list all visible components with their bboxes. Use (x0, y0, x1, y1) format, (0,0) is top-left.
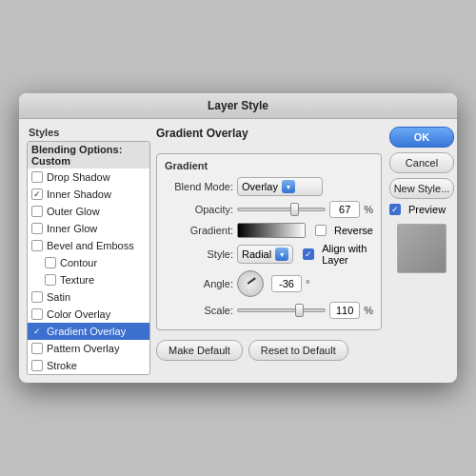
blend-mode-label: Blend Mode: (165, 181, 233, 192)
styles-item-drop-shadow[interactable]: Drop Shadow (28, 169, 149, 186)
align-layer-checkbox[interactable] (303, 248, 314, 260)
pattern-overlay-checkbox[interactable] (31, 343, 43, 354)
bevel-emboss-checkbox[interactable] (31, 240, 43, 251)
blend-mode-select[interactable]: Overlay (237, 177, 323, 196)
styles-item-inner-shadow[interactable]: Inner Shadow (28, 186, 149, 203)
style-row: Style: Radial Align with Layer (165, 243, 373, 266)
make-default-button[interactable]: Make Default (156, 340, 243, 361)
angle-input[interactable] (271, 275, 302, 292)
styles-item-stroke[interactable]: Stroke (28, 357, 149, 374)
gradient-label: Gradient: (165, 225, 233, 236)
blend-mode-row: Blend Mode: Overlay (165, 177, 373, 196)
drop-shadow-label: Drop Shadow (47, 171, 110, 183)
gradient-overlay-label: Gradient Overlay (47, 326, 126, 337)
texture-checkbox[interactable] (45, 274, 56, 286)
inner-shadow-label: Inner Shadow (47, 188, 111, 200)
styles-item-texture[interactable]: Texture (28, 271, 149, 288)
inner-shadow-checkbox[interactable] (31, 188, 43, 200)
styles-item-bevel-emboss[interactable]: Bevel and Emboss (28, 237, 149, 254)
bottom-buttons-row: Make Default Reset to Default (156, 340, 382, 361)
styles-item-gradient-overlay[interactable]: Gradient Overlay (28, 323, 149, 340)
outer-glow-checkbox[interactable] (31, 206, 43, 217)
styles-item-contour[interactable]: Contour (28, 254, 149, 271)
gradient-overlay-checkbox[interactable] (31, 326, 43, 337)
reverse-label: Reverse (334, 225, 373, 236)
contour-checkbox[interactable] (45, 257, 56, 268)
style-arrow-icon[interactable] (275, 248, 288, 261)
contour-label: Contour (60, 257, 97, 268)
align-layer-label: Align with Layer (322, 243, 373, 266)
styles-item-color-overlay[interactable]: Color Overlay (28, 306, 149, 323)
gradient-group: Gradient Blend Mode: Overlay Opacity: % (156, 153, 382, 330)
scale-unit: % (364, 305, 373, 316)
right-panel: OK Cancel New Style... Preview (387, 127, 456, 375)
texture-label: Texture (60, 274, 94, 286)
angle-row: Angle: ° (165, 270, 373, 297)
styles-list: Blending Options: Custom Drop Shadow Inn… (27, 141, 150, 375)
preview-thumbnail (397, 224, 446, 273)
preview-checkbox[interactable] (389, 204, 401, 215)
blend-mode-value: Overlay (242, 181, 278, 192)
angle-dial[interactable] (237, 270, 264, 297)
styles-item-inner-glow[interactable]: Inner Glow (28, 220, 149, 237)
gradient-row: Gradient: Reverse (165, 223, 373, 238)
satin-label: Satin (47, 291, 70, 303)
angle-unit: ° (306, 278, 309, 289)
preview-row: Preview (389, 204, 454, 215)
scale-label: Scale: (165, 305, 233, 316)
styles-item-satin[interactable]: Satin (28, 288, 149, 306)
styles-item-pattern-overlay[interactable]: Pattern Overlay (28, 340, 149, 357)
ok-button[interactable]: OK (389, 127, 454, 148)
dialog-title: Layer Style (19, 93, 457, 119)
blending-label: Blending Options: Custom (31, 144, 146, 167)
angle-label: Angle: (165, 278, 233, 289)
reset-to-default-button[interactable]: Reset to Default (248, 340, 348, 361)
blend-mode-arrow-icon[interactable] (282, 180, 295, 193)
styles-panel: Styles Blending Options: Custom Drop Sha… (27, 127, 150, 375)
new-style-button[interactable]: New Style... (389, 178, 454, 199)
stroke-checkbox[interactable] (31, 360, 43, 371)
cancel-button[interactable]: Cancel (389, 152, 454, 173)
outer-glow-label: Outer Glow (47, 206, 100, 217)
bevel-emboss-label: Bevel and Emboss (47, 240, 134, 251)
opacity-row: Opacity: % (165, 201, 373, 218)
inner-glow-label: Inner Glow (47, 223, 97, 234)
angle-line-indicator (248, 278, 256, 285)
opacity-input[interactable] (329, 201, 360, 218)
styles-item-blending[interactable]: Blending Options: Custom (28, 142, 149, 169)
styles-panel-title: Styles (27, 127, 150, 138)
scale-row: Scale: % (165, 302, 373, 319)
color-overlay-checkbox[interactable] (31, 308, 43, 320)
gradient-sub-title: Gradient (165, 160, 373, 171)
scale-input[interactable] (329, 302, 360, 319)
color-overlay-label: Color Overlay (47, 308, 110, 320)
satin-checkbox[interactable] (31, 291, 43, 303)
gradient-preview[interactable] (237, 223, 306, 238)
styles-item-outer-glow[interactable]: Outer Glow (28, 203, 149, 220)
main-content: Gradient Overlay Gradient Blend Mode: Ov… (156, 127, 382, 375)
opacity-slider[interactable] (237, 208, 326, 211)
style-value: Radial (242, 248, 271, 260)
gradient-overlay-title: Gradient Overlay (156, 127, 382, 140)
opacity-label: Opacity: (165, 204, 233, 215)
style-select[interactable]: Radial (237, 245, 293, 264)
pattern-overlay-label: Pattern Overlay (47, 343, 119, 354)
scale-slider[interactable] (237, 308, 326, 312)
reverse-checkbox[interactable] (315, 225, 327, 236)
drop-shadow-checkbox[interactable] (31, 171, 43, 183)
inner-glow-checkbox[interactable] (31, 223, 43, 234)
layer-style-dialog: Layer Style Styles Blending Options: Cus… (19, 93, 457, 383)
preview-label: Preview (408, 204, 446, 215)
stroke-label: Stroke (47, 360, 77, 371)
style-label: Style: (165, 248, 233, 260)
opacity-unit: % (364, 204, 373, 215)
